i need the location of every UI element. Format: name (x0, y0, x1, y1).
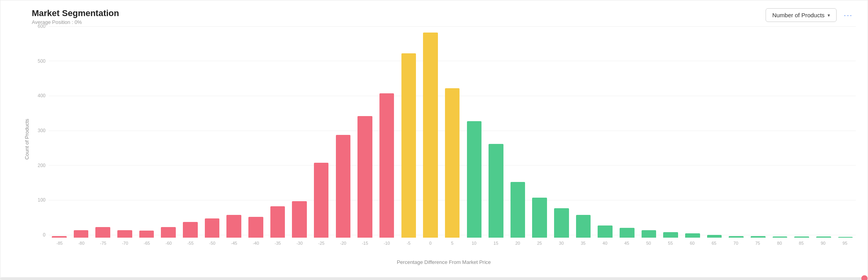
bar-group[interactable] (376, 29, 398, 238)
bar-group[interactable] (573, 29, 594, 238)
bar-green[interactable] (729, 236, 744, 238)
bar-group[interactable] (398, 29, 419, 238)
bar-group[interactable] (136, 29, 157, 238)
x-tick-label: -30 (289, 241, 311, 245)
bar-group[interactable] (463, 29, 485, 238)
bar-red[interactable] (205, 218, 220, 238)
bar-green[interactable] (532, 198, 547, 238)
bar-red[interactable] (357, 116, 372, 238)
bar-group[interactable] (835, 29, 856, 238)
chart-header: Market Segmentation Average Position : 0… (32, 8, 856, 25)
bar-red[interactable] (161, 227, 176, 238)
bar-group[interactable] (442, 29, 463, 238)
bar-group[interactable] (71, 29, 92, 238)
bar-group[interactable] (813, 29, 834, 238)
bar-group[interactable] (726, 29, 747, 238)
x-tick-label: -50 (201, 241, 223, 245)
bar-green[interactable] (620, 228, 635, 238)
bar-red[interactable] (336, 135, 351, 238)
x-tick-label: 95 (834, 241, 856, 245)
bar-group[interactable] (616, 29, 638, 238)
y-tick-label: 0 (32, 232, 46, 238)
bar-group[interactable] (245, 29, 266, 238)
bar-yellow[interactable] (445, 88, 460, 238)
y-tick-label: 600 (32, 24, 46, 29)
x-tick-label: 10 (463, 241, 485, 245)
bar-group[interactable] (507, 29, 529, 238)
x-tick-label: 20 (507, 241, 529, 245)
bar-group[interactable] (660, 29, 681, 238)
bar-green[interactable] (576, 215, 591, 238)
bar-group[interactable] (551, 29, 572, 238)
bar-red[interactable] (226, 215, 241, 238)
bar-green[interactable] (489, 144, 503, 238)
bar-green[interactable] (773, 236, 788, 238)
y-tick: 600 (32, 24, 856, 29)
scrollbar-thumb[interactable] (861, 275, 868, 280)
bar-group[interactable] (594, 29, 616, 238)
bar-group[interactable] (202, 29, 223, 238)
bar-green[interactable] (751, 236, 766, 238)
x-axis-label: Percentage Difference From Market Price (397, 259, 491, 265)
x-tick-label: -40 (245, 241, 267, 245)
x-tick-label: -20 (332, 241, 354, 245)
bar-green[interactable] (838, 237, 853, 238)
bar-green[interactable] (685, 233, 700, 238)
bar-green[interactable] (598, 225, 613, 238)
bar-green[interactable] (663, 232, 678, 238)
bar-group[interactable] (420, 29, 441, 238)
bar-red[interactable] (95, 227, 110, 238)
bar-yellow[interactable] (423, 33, 438, 238)
more-options-button[interactable]: ··· (841, 9, 856, 21)
bar-red[interactable] (314, 163, 329, 238)
x-tick-label: 75 (747, 241, 769, 245)
bar-yellow[interactable] (401, 53, 416, 238)
number-of-products-dropdown[interactable]: Number of Products ▾ (766, 8, 837, 22)
bar-green[interactable] (794, 236, 809, 238)
bar-group[interactable] (748, 29, 769, 238)
scrollbar-track[interactable] (0, 277, 868, 280)
bar-group[interactable] (311, 29, 332, 238)
bar-red[interactable] (292, 201, 307, 238)
bar-green[interactable] (642, 230, 656, 238)
bar-group[interactable] (770, 29, 791, 238)
bar-red[interactable] (270, 206, 285, 238)
bar-group[interactable] (354, 29, 376, 238)
bar-group[interactable] (791, 29, 812, 238)
x-tick-label: -35 (267, 241, 289, 245)
bar-red[interactable] (139, 231, 154, 238)
bar-green[interactable] (467, 121, 482, 238)
bar-red[interactable] (74, 230, 89, 238)
bar-group[interactable] (333, 29, 354, 238)
y-tick-label: 100 (32, 197, 46, 203)
bar-group[interactable] (638, 29, 660, 238)
bar-red[interactable] (183, 222, 198, 238)
x-tick-label: 90 (812, 241, 834, 245)
bar-green[interactable] (707, 235, 722, 238)
bar-group[interactable] (49, 29, 70, 238)
bar-group[interactable] (289, 29, 310, 238)
bar-group[interactable] (92, 29, 113, 238)
bar-group[interactable] (704, 29, 725, 238)
bar-group[interactable] (529, 29, 550, 238)
x-tick-label: 5 (441, 241, 463, 245)
chart-title: Market Segmentation (32, 8, 119, 18)
bar-group[interactable] (158, 29, 179, 238)
bar-group[interactable] (267, 29, 288, 238)
bar-group[interactable] (485, 29, 507, 238)
bar-red[interactable] (248, 217, 263, 238)
y-tick-label: 300 (32, 128, 46, 133)
bar-group[interactable] (223, 29, 244, 238)
bar-red[interactable] (117, 230, 132, 238)
header-controls: Number of Products ▾ ··· (766, 8, 856, 22)
bar-green[interactable] (816, 236, 831, 238)
bar-green[interactable] (511, 182, 525, 238)
bar-green[interactable] (554, 208, 569, 238)
bar-group[interactable] (114, 29, 135, 238)
x-tick-label: -75 (92, 241, 114, 245)
bar-group[interactable] (180, 29, 201, 238)
bar-red[interactable] (379, 93, 394, 238)
y-tick-label: 400 (32, 93, 46, 98)
bar-group[interactable] (682, 29, 703, 238)
bar-red[interactable] (52, 236, 67, 238)
